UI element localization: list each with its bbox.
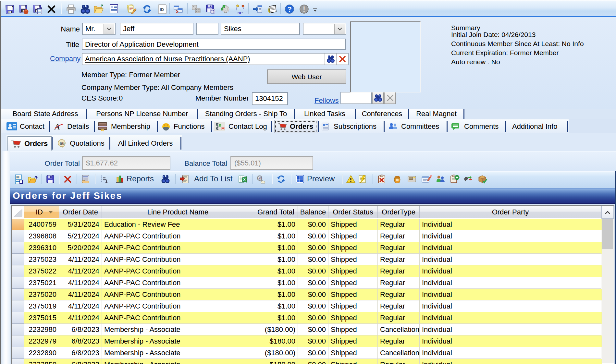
svg-text:!: ! <box>303 5 305 14</box>
svg-text:@: @ <box>258 176 262 180</box>
svg-text:66: 66 <box>60 141 65 146</box>
svg-text:ID: ID <box>160 7 164 12</box>
svg-text:?: ? <box>288 5 292 13</box>
svg-text:X: X <box>243 177 246 182</box>
svg-text:A: A <box>54 123 60 130</box>
